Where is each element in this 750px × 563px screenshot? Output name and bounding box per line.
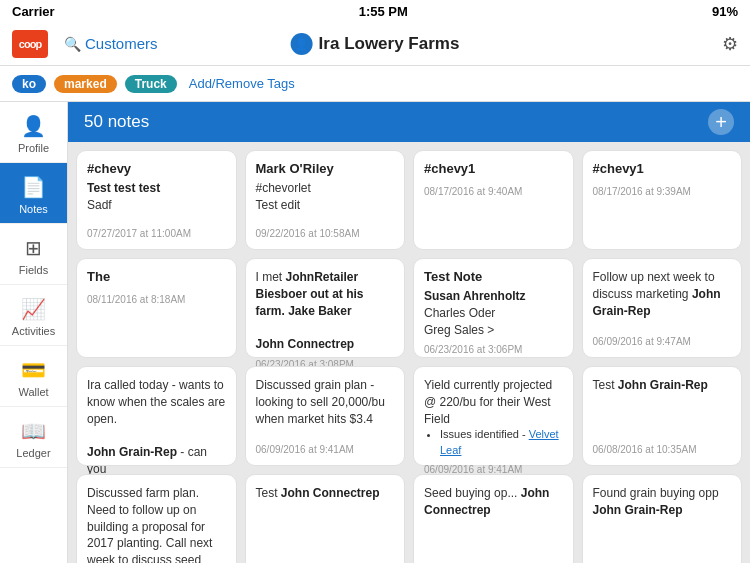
sidebar-item-profile[interactable]: 👤 Profile (0, 102, 67, 163)
note-card-0[interactable]: #chevyTest test testSadf07/27/2017 at 11… (76, 150, 237, 250)
sidebar-label-activities: Activities (12, 325, 55, 337)
note-body-1: #chevorletTest edit (256, 180, 395, 222)
farm-name-area: 👤 Ira Lowery Farms (291, 33, 460, 55)
tag-Truck[interactable]: Truck (125, 75, 177, 93)
sidebar-label-fields: Fields (19, 264, 48, 276)
top-nav: coop 🔍 Customers 👤 Ira Lowery Farms ⚙ (0, 22, 750, 66)
add-note-button[interactable]: + (708, 109, 734, 135)
note-body-0: Test test testSadf (87, 180, 226, 222)
main-layout: 👤 Profile 📄 Notes ⊞ Fields 📈 Activities … (0, 102, 750, 563)
tags-bar: komarkedTruck Add/Remove Tags (0, 66, 750, 102)
note-card-8[interactable]: Ira called today - wants to know when th… (76, 366, 237, 466)
note-card-14[interactable]: Seed buying op... John Connectrep (413, 474, 574, 563)
note-card-3[interactable]: #chevy108/17/2016 at 9:39AM (582, 150, 743, 250)
sidebar: 👤 Profile 📄 Notes ⊞ Fields 📈 Activities … (0, 102, 68, 563)
note-date-0: 07/27/2017 at 11:00AM (87, 228, 226, 239)
note-card-7[interactable]: Follow up next week to discuss marketing… (582, 258, 743, 358)
note-date-3: 08/17/2016 at 9:39AM (593, 186, 732, 197)
notes-count: 50 notes (84, 112, 149, 132)
status-bar: Carrier 1:55 PM 91% (0, 0, 750, 22)
note-card-1[interactable]: Mark O'Riley#chevorletTest edit09/22/201… (245, 150, 406, 250)
content-area: 50 notes + #chevyTest test testSadf07/27… (68, 102, 750, 563)
carrier-label: Carrier (12, 4, 55, 19)
notes-icon: 📄 (21, 175, 46, 199)
customers-link[interactable]: 🔍 Customers (64, 35, 158, 52)
note-body-13: Test John Connectrep (256, 485, 395, 563)
nav-right: ⚙ (722, 33, 738, 55)
note-body-11: Test John Grain-Rep (593, 377, 732, 438)
sidebar-label-wallet: Wallet (18, 386, 48, 398)
note-body-9: Discussed grain plan - looking to sell 2… (256, 377, 395, 438)
note-date-7: 06/09/2016 at 9:47AM (593, 336, 732, 347)
logo-area[interactable]: coop (12, 30, 48, 58)
note-body-7: Follow up next week to discuss marketing… (593, 269, 732, 330)
customers-label: Customers (85, 35, 158, 52)
coop-logo: coop (12, 30, 48, 58)
tag-marked[interactable]: marked (54, 75, 117, 93)
note-title-3: #chevy1 (593, 161, 732, 176)
note-card-6[interactable]: Test NoteSusan AhrenholtzCharles OderGre… (413, 258, 574, 358)
note-body-15: Found grain buying opp John Grain-Rep (593, 485, 732, 563)
note-date-6: 06/23/2016 at 3:06PM (424, 344, 563, 355)
note-body-8: Ira called today - wants to know when th… (87, 377, 226, 478)
activities-icon: 📈 (21, 297, 46, 321)
note-title-1: Mark O'Riley (256, 161, 395, 176)
note-card-10[interactable]: Yield currently projected @ 220/bu for t… (413, 366, 574, 466)
note-title-6: Test Note (424, 269, 563, 284)
person-icon: 👤 (291, 33, 313, 55)
note-date-2: 08/17/2016 at 9:40AM (424, 186, 563, 197)
note-title-0: #chevy (87, 161, 226, 176)
battery-label: 91% (712, 4, 738, 19)
note-card-2[interactable]: #chevy108/17/2016 at 9:40AM (413, 150, 574, 250)
notes-header: 50 notes + (68, 102, 750, 142)
sidebar-label-profile: Profile (18, 142, 49, 154)
search-icon: 🔍 (64, 36, 81, 52)
note-date-1: 09/22/2016 at 10:58AM (256, 228, 395, 239)
ledger-icon: 📖 (21, 419, 46, 443)
profile-icon: 👤 (21, 114, 46, 138)
sidebar-item-notes[interactable]: 📄 Notes (0, 163, 67, 224)
note-card-11[interactable]: Test John Grain-Rep06/08/2016 at 10:35AM (582, 366, 743, 466)
note-date-9: 06/09/2016 at 9:41AM (256, 444, 395, 455)
note-body-5: I met JohnRetailer Biesboer out at his f… (256, 269, 395, 353)
sidebar-label-ledger: Ledger (16, 447, 50, 459)
note-title-4: The (87, 269, 226, 284)
sidebar-label-notes: Notes (19, 203, 48, 215)
fields-icon: ⊞ (25, 236, 42, 260)
note-card-15[interactable]: Found grain buying opp John Grain-Rep (582, 474, 743, 563)
note-body-12: Discussed farm plan. Need to follow up o… (87, 485, 226, 563)
gear-icon[interactable]: ⚙ (722, 33, 738, 55)
sidebar-item-wallet[interactable]: 💳 Wallet (0, 346, 67, 407)
farm-name: Ira Lowery Farms (319, 34, 460, 54)
notes-grid: #chevyTest test testSadf07/27/2017 at 11… (68, 142, 750, 563)
note-body-6: Susan AhrenholtzCharles OderGreg Sales > (424, 288, 563, 338)
note-card-13[interactable]: Test John Connectrep (245, 474, 406, 563)
note-date-11: 06/08/2016 at 10:35AM (593, 444, 732, 455)
tag-ko[interactable]: ko (12, 75, 46, 93)
add-tags-link[interactable]: Add/Remove Tags (189, 76, 295, 91)
sidebar-item-activities[interactable]: 📈 Activities (0, 285, 67, 346)
note-body-10: Yield currently projected @ 220/bu for t… (424, 377, 563, 458)
note-card-4[interactable]: The08/11/2016 at 8:18AM (76, 258, 237, 358)
sidebar-item-ledger[interactable]: 📖 Ledger (0, 407, 67, 468)
wallet-icon: 💳 (21, 358, 46, 382)
note-body-14: Seed buying op... John Connectrep (424, 485, 563, 563)
note-card-9[interactable]: Discussed grain plan - looking to sell 2… (245, 366, 406, 466)
note-card-5[interactable]: I met JohnRetailer Biesboer out at his f… (245, 258, 406, 358)
note-title-2: #chevy1 (424, 161, 563, 176)
time-label: 1:55 PM (359, 4, 408, 19)
sidebar-item-fields[interactable]: ⊞ Fields (0, 224, 67, 285)
note-date-4: 08/11/2016 at 8:18AM (87, 294, 226, 305)
note-card-12[interactable]: Discussed farm plan. Need to follow up o… (76, 474, 237, 563)
